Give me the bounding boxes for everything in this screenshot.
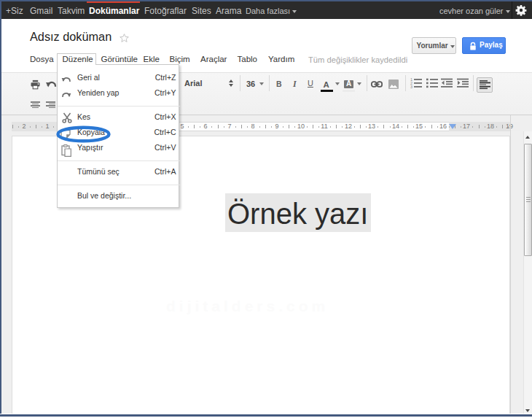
svg-text:3: 3 <box>410 85 412 88</box>
